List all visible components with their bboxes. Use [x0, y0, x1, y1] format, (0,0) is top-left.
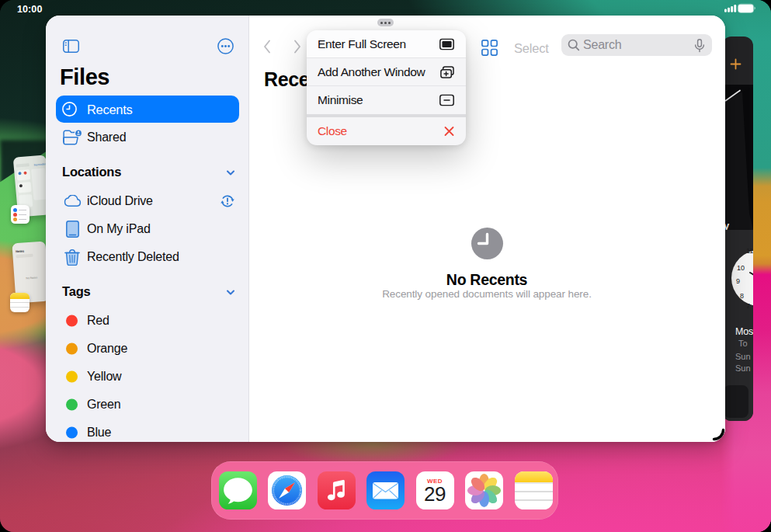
svg-text:9: 9 [736, 277, 740, 285]
svg-text:7: 7 [746, 302, 750, 310]
svg-text:8: 8 [740, 292, 744, 300]
svg-text:10: 10 [737, 264, 745, 272]
svg-text:11: 11 [746, 247, 753, 255]
